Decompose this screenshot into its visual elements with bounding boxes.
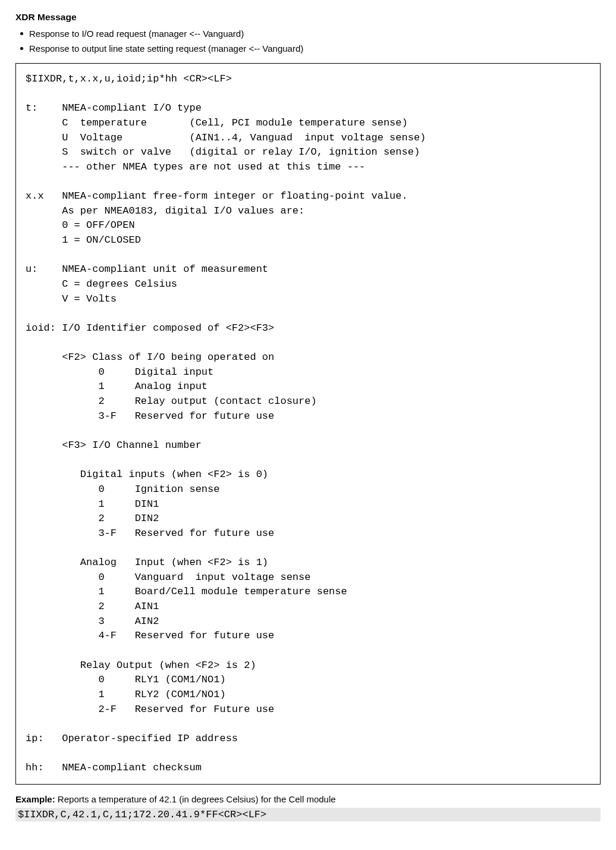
example-text: Reports a temperature of 42.1 (in degree… bbox=[55, 794, 336, 804]
bullet-text: Response to output line state setting re… bbox=[29, 42, 303, 55]
section-heading: XDR Message bbox=[15, 12, 601, 23]
example-code: $IIXDR,C,42.1,C,11;172.20.41.9*FF<CR><LF… bbox=[15, 808, 601, 821]
bullet-item: Response to I/O read request (manager <-… bbox=[20, 27, 601, 40]
bullet-item: Response to output line state setting re… bbox=[20, 42, 601, 55]
bullet-icon bbox=[20, 32, 23, 35]
bullet-text: Response to I/O read request (manager <-… bbox=[29, 27, 244, 40]
bullet-icon bbox=[20, 47, 23, 50]
example-label: Example: bbox=[15, 794, 55, 804]
bullet-list: Response to I/O read request (manager <-… bbox=[15, 27, 601, 55]
message-format-box: $IIXDR,t,x.x,u,ioid;ip*hh <CR><LF> t: NM… bbox=[15, 63, 601, 785]
example-description: Example: Reports a temperature of 42.1 (… bbox=[15, 794, 601, 804]
